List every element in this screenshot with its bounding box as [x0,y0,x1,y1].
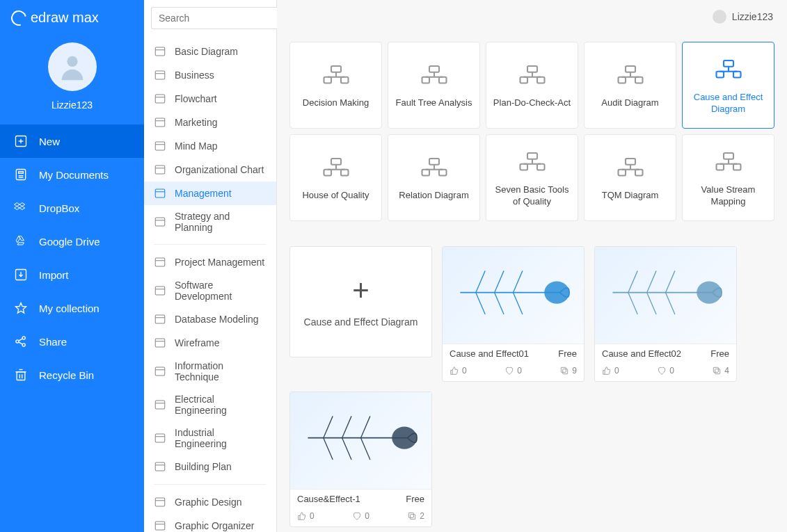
svg-line-129 [324,438,333,460]
template-card[interactable]: Cause and Effect02 Free 0 0 4 [594,246,737,382]
copy-stat[interactable]: 2 [407,511,424,521]
svg-rect-62 [429,66,439,72]
copy-stat[interactable]: 4 [712,366,729,376]
category-item[interactable]: Mind Map [144,134,276,158]
category-item[interactable]: Industrial Engineering [144,421,276,455]
svg-line-110 [513,271,522,292]
svg-rect-77 [724,61,733,67]
svg-rect-75 [618,77,626,83]
diagram-type-icon [714,56,743,85]
category-item[interactable]: Management [144,182,276,205]
category-item[interactable]: Organizational Chart [144,158,276,182]
category-item[interactable]: Strategy and Planning [144,205,276,239]
category-icon [154,496,166,508]
nav-item-doc[interactable]: My Documents [0,158,144,191]
svg-rect-90 [422,170,429,176]
nav-item-plus[interactable]: New [0,124,144,158]
fav-stat[interactable]: 0 [657,366,674,376]
fishbone-thumb [451,255,575,330]
search-input[interactable] [151,7,287,29]
profile-block[interactable]: Lizzie123 [0,35,144,124]
category-item[interactable]: Flowchart [144,87,276,111]
nav-label: My collection [39,303,100,314]
template-card[interactable]: Cause and Effect01 Free 0 0 9 [442,246,585,382]
nav-item-share[interactable]: Share [0,325,144,358]
svg-line-15 [19,342,23,344]
category-item[interactable]: Graphic Design [144,490,276,514]
category-icon [154,256,166,268]
diagram-type-icon [714,148,743,177]
header-user[interactable]: Lizzie123 [713,10,773,24]
category-item[interactable]: Business [144,63,276,87]
category-item[interactable]: Graphic Organizer [144,514,276,532]
diagram-type-card[interactable]: Cause and Effect Diagram [682,42,774,129]
diagram-type-label: Audit Diagram [601,97,658,108]
svg-rect-70 [520,77,527,83]
nav-label: New [39,136,60,147]
copy-stat[interactable]: 9 [559,366,577,376]
nav-item-star[interactable]: My collection [0,291,144,325]
diagram-type-icon [321,154,351,183]
category-label: Wireframe [175,337,220,348]
category-item[interactable]: Electrical Engineering [144,388,276,421]
diagram-type-card[interactable]: TQM Diagram [584,134,676,221]
nav-item-import[interactable]: Import [0,258,144,291]
profile-name: Lizzie123 [51,99,93,111]
category-item[interactable]: Information Technique [144,355,276,388]
category-item[interactable]: Wireframe [144,331,276,355]
category-icon [154,432,166,444]
svg-rect-106 [733,164,741,170]
nav-list: New My Documents DropBox Google Drive Im… [0,124,144,532]
copy-icon [559,366,569,376]
svg-line-121 [647,293,656,314]
category-item[interactable]: Software Development [144,274,276,307]
doc-icon [14,168,28,182]
diagram-type-card[interactable]: House of Quality [289,134,382,221]
like-stat[interactable]: 0 [450,366,467,376]
category-item[interactable]: Building Plan [144,455,276,478]
template-thumbnail [595,247,736,344]
category-item[interactable]: Marketing [144,111,276,134]
plus-icon: + [352,276,369,305]
star-icon [14,301,28,315]
svg-rect-71 [537,77,545,83]
diagram-type-card[interactable]: Plan-Do-Check-Act [486,42,578,129]
thumbs-up-icon [450,366,459,376]
svg-line-128 [360,416,369,437]
app-logo[interactable]: edraw max [0,0,144,35]
diagram-type-card[interactable]: Relation Diagram [388,134,480,221]
svg-point-107 [544,282,569,304]
fav-stat[interactable]: 0 [352,511,369,521]
svg-rect-49 [155,434,165,442]
diagram-type-card[interactable]: Decision Making [289,42,382,129]
category-item[interactable]: Basic Diagram [144,40,276,63]
fav-stat[interactable]: 0 [504,366,522,376]
diagram-type-card[interactable]: Value Stream Mapping [682,134,774,221]
template-blank-card[interactable]: + Cause and Effect Diagram [289,246,432,357]
nav-label: My Documents [39,169,109,181]
main-area: Lizzie123 Decision Making Fault Tree Ana… [277,0,787,532]
like-stat[interactable]: 0 [297,511,315,521]
category-item[interactable]: Project Management [144,250,276,274]
like-stat[interactable]: 0 [602,366,619,376]
diagram-type-label: House of Quality [302,190,369,201]
diagram-type-card[interactable]: Fault Tree Analysis [388,42,480,129]
diagram-type-card[interactable]: Audit Diagram [584,42,676,129]
category-list: Basic Diagram Business Flowchart Marketi… [144,37,276,532]
nav-item-dropbox[interactable]: DropBox [0,191,144,225]
nav-item-gdrive[interactable]: Google Drive [0,225,144,258]
category-label: Software Development [175,280,267,302]
diagram-type-label: Value Stream Mapping [688,184,768,207]
svg-line-113 [513,293,522,314]
diagram-type-icon [616,61,645,90]
category-item[interactable]: Database Modeling [144,307,276,331]
category-icon [154,45,166,58]
template-blank-label: Cause and Effect Diagram [304,316,418,328]
category-label: Information Technique [175,360,267,382]
nav-item-trash[interactable]: Recycle Bin [0,358,144,392]
diagram-type-card[interactable]: Seven Basic Tools of Quality [486,134,578,221]
svg-point-125 [392,427,417,449]
svg-point-116 [697,282,722,304]
svg-rect-87 [429,159,439,165]
template-card[interactable]: Cause&Effect-1 Free 0 0 2 [289,392,432,527]
